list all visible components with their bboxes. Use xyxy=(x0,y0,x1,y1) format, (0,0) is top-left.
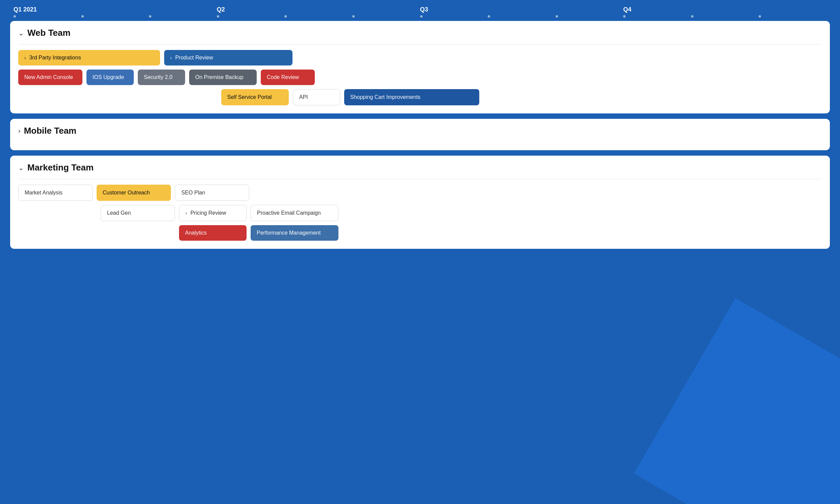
item-label: Security 2.0 xyxy=(144,74,172,80)
timeline-dot xyxy=(758,15,761,18)
web-team-title: Web Team xyxy=(28,28,71,38)
timeline-dot xyxy=(420,15,422,18)
item-label: On Premise Backup xyxy=(195,74,243,80)
mobile-team-card: › Mobile Team xyxy=(10,119,830,150)
item-security-2[interactable]: Security 2.0 xyxy=(138,70,185,85)
q1-label: Q1 2021 xyxy=(14,6,37,13)
timeline-dot xyxy=(623,15,626,18)
web-team-card: ⌄ Web Team › 3rd Party Integrations › Pr… xyxy=(10,21,830,113)
item-seo-plan[interactable]: SEO Plan xyxy=(175,185,249,201)
item-ios-upgrade[interactable]: IOS Upgrade xyxy=(86,70,134,85)
item-label: Pricing Review xyxy=(191,210,226,216)
mobile-team-chevron[interactable]: › xyxy=(18,127,21,135)
item-pricing-review[interactable]: › Pricing Review xyxy=(179,205,247,221)
marketing-team-header: ⌄ Marketing Team xyxy=(18,162,822,173)
item-code-review[interactable]: Code Review xyxy=(261,70,315,85)
item-self-service-portal[interactable]: Self Service Portal xyxy=(221,89,289,105)
web-team-header: ⌄ Web Team xyxy=(18,28,822,38)
web-team-chevron[interactable]: ⌄ xyxy=(18,29,24,37)
timeline-dot xyxy=(82,15,84,18)
item-new-admin-console[interactable]: New Admin Console xyxy=(18,70,83,85)
item-label: Market Analysis xyxy=(25,190,63,196)
item-performance-management[interactable]: Performance Management xyxy=(251,225,338,241)
main-content: ⌄ Web Team › 3rd Party Integrations › Pr… xyxy=(0,21,840,259)
item-analytics[interactable]: Analytics xyxy=(179,225,247,241)
timeline-dot xyxy=(556,15,558,18)
timeline-dot xyxy=(488,15,490,18)
item-label: Self Service Portal xyxy=(227,94,272,100)
item-3rd-party-integrations[interactable]: › 3rd Party Integrations xyxy=(18,50,160,66)
item-label: Proactive Email Campaign xyxy=(257,210,321,216)
chevron-right-icon: › xyxy=(170,55,172,60)
timeline-dot xyxy=(284,15,287,18)
marketing-team-card: ⌄ Marketing Team Market Analysis Custome… xyxy=(10,156,830,249)
web-team-row-3: Self Service Portal API Shopping Cart Im… xyxy=(18,89,822,105)
item-label: Code Review xyxy=(267,74,299,80)
marketing-team-row-3: Analytics Performance Management xyxy=(18,225,822,241)
item-label: Product Review xyxy=(175,55,213,61)
chevron-right-icon: › xyxy=(186,210,187,216)
item-label: API xyxy=(299,94,308,100)
timeline-dot xyxy=(149,15,151,18)
item-label: New Admin Console xyxy=(24,74,73,80)
q4-label: Q4 xyxy=(623,6,631,13)
item-proactive-email[interactable]: Proactive Email Campaign xyxy=(251,205,338,221)
timeline-dot xyxy=(14,15,16,18)
web-team-row-1: › 3rd Party Integrations › Product Revie… xyxy=(18,50,822,66)
timeline-dot xyxy=(691,15,694,18)
timeline-dot xyxy=(217,15,219,18)
mobile-team-title: Mobile Team xyxy=(24,126,77,136)
marketing-team-row-1: Market Analysis Customer Outreach SEO Pl… xyxy=(18,185,822,201)
item-label: 3rd Party Integrations xyxy=(29,55,81,61)
item-label: SEO Plan xyxy=(181,190,205,196)
web-team-row-2: New Admin Console IOS Upgrade Security 2… xyxy=(18,70,822,85)
mobile-team-header: › Mobile Team xyxy=(18,126,822,136)
timeline-dot xyxy=(352,15,355,18)
item-label: Shopping Cart Improvements xyxy=(350,94,420,100)
q3-label: Q3 xyxy=(420,6,428,13)
item-customer-outreach[interactable]: Customer Outreach xyxy=(97,185,171,201)
marketing-team-chevron[interactable]: ⌄ xyxy=(18,164,24,172)
q2-label: Q2 xyxy=(217,6,225,13)
item-label: Lead Gen xyxy=(107,210,131,216)
marketing-team-title: Marketing Team xyxy=(28,162,93,173)
chevron-right-icon: › xyxy=(24,55,26,60)
item-on-premise-backup[interactable]: On Premise Backup xyxy=(189,70,257,85)
timeline-header: Q1 2021 Q2 xyxy=(0,0,840,21)
item-api[interactable]: API xyxy=(293,89,340,105)
item-label: Customer Outreach xyxy=(103,190,150,196)
item-label: Analytics xyxy=(185,230,207,236)
item-label: IOS Upgrade xyxy=(92,74,124,80)
marketing-team-row-2: Lead Gen › Pricing Review Proactive Emai… xyxy=(18,205,822,221)
item-shopping-cart[interactable]: Shopping Cart Improvements xyxy=(344,89,479,105)
item-market-analysis[interactable]: Market Analysis xyxy=(18,185,92,201)
item-label: Performance Management xyxy=(257,230,320,236)
item-lead-gen[interactable]: Lead Gen xyxy=(101,205,175,221)
item-product-review[interactable]: › Product Review xyxy=(164,50,293,66)
